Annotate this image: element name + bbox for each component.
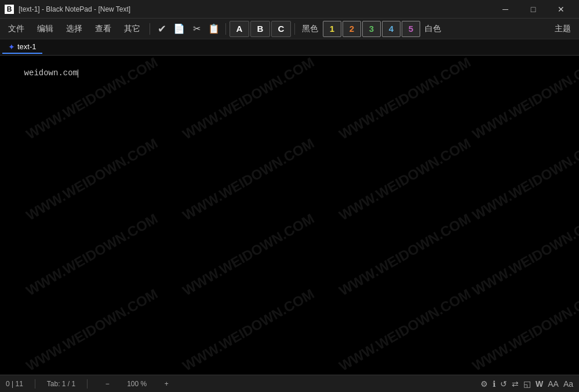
watermark: WWW.WEIDOWN.COM — [336, 211, 474, 299]
zoom-level: 100 % — [127, 380, 147, 388]
watermark-container: WWW.WEIDOWN.COM WWW.WEIDOWN.COM WWW.WEID… — [0, 56, 579, 375]
check-icon-button[interactable]: ✔ — [154, 21, 170, 37]
word-icon[interactable]: W — [536, 379, 543, 389]
copy-icon-button[interactable]: 📄 — [171, 21, 187, 37]
paste-icon-button[interactable]: 📋 — [206, 21, 222, 37]
watermark: WWW.WEIDOWN.COM — [180, 286, 317, 375]
watermark: WWW.WEIDOWN.COM — [23, 211, 161, 299]
status-sep-2 — [87, 379, 88, 389]
tab-bar: ✦ text-1 — [0, 39, 579, 56]
window-controls: ─ □ ✕ — [492, 0, 574, 19]
editor-content: weidown.com — [5, 59, 78, 87]
watermark: WWW.WEIDOWN.COM — [180, 135, 317, 224]
watermark: WWW.WEIDOWN.COM — [469, 286, 579, 375]
menu-file[interactable]: 文件 — [2, 21, 30, 36]
watermark: WWW.WEIDOWN.COM — [336, 135, 474, 224]
num-button-3[interactable]: 3 — [362, 21, 381, 37]
menu-other[interactable]: 其它 — [118, 21, 146, 36]
status-bar: 0 | 11 Tab: 1 / 1 − 100 % + ⚙ ℹ ↺ ⇄ ◱ W … — [0, 375, 579, 392]
separator-1 — [150, 23, 150, 35]
menu-edit[interactable]: 编辑 — [31, 21, 59, 36]
settings-icon[interactable]: ⚙ — [480, 379, 488, 389]
watermark: WWW.WEIDOWN.COM — [336, 56, 474, 142]
maximize-button[interactable]: □ — [520, 0, 547, 19]
tab-label: text-1 — [17, 42, 37, 51]
num-button-5[interactable]: 5 — [402, 21, 420, 37]
tab-info: Tab: 1 / 1 — [47, 380, 75, 388]
refresh-icon[interactable]: ↺ — [500, 379, 507, 389]
num-button-4[interactable]: 4 — [382, 21, 400, 37]
watermark: WWW.WEIDOWN.COM — [23, 286, 161, 375]
separator-2 — [225, 23, 226, 35]
zoom-minus-button[interactable]: − — [99, 376, 115, 392]
num-button-2[interactable]: 2 — [343, 21, 361, 37]
editor-text: weidown.com — [24, 68, 78, 78]
font-aa-small-icon[interactable]: Aa — [563, 379, 573, 389]
watermark: WWW.WEIDOWN.COM — [180, 211, 317, 299]
num-button-1[interactable]: 1 — [323, 21, 341, 37]
app-icon: B — [5, 5, 14, 14]
button-b[interactable]: B — [250, 21, 270, 37]
menu-view[interactable]: 查看 — [89, 21, 117, 36]
tab-text1[interactable]: ✦ text-1 — [2, 41, 42, 54]
status-sep-1 — [35, 379, 35, 389]
sync-icon[interactable]: ⇄ — [512, 379, 519, 389]
color-right-label: 白色 — [421, 24, 445, 34]
tab-pin-icon: ✦ — [8, 42, 15, 52]
title-bar: B [text-1] - Black NotePad - [New Text] … — [0, 0, 579, 19]
button-c[interactable]: C — [271, 21, 291, 37]
watermark: WWW.WEIDOWN.COM — [469, 56, 579, 142]
watermark: WWW.WEIDOWN.COM — [469, 211, 579, 299]
close-button[interactable]: ✕ — [548, 0, 574, 19]
status-icon-group: ⚙ ℹ ↺ ⇄ ◱ W AA Aa — [480, 379, 573, 389]
cut-icon-button[interactable]: ✂ — [188, 21, 205, 37]
window-title: [text-1] - Black NotePad - [New Text] — [19, 5, 130, 13]
menu-select[interactable]: 选择 — [60, 21, 88, 36]
watermark: WWW.WEIDOWN.COM — [336, 286, 474, 375]
button-a[interactable]: A — [230, 21, 249, 37]
separator-3 — [294, 23, 295, 35]
color-left-label: 黑色 — [298, 24, 322, 34]
watermark: WWW.WEIDOWN.COM — [469, 135, 579, 224]
editor-area[interactable]: WWW.WEIDOWN.COM WWW.WEIDOWN.COM WWW.WEID… — [0, 56, 579, 375]
watermark: WWW.WEIDOWN.COM — [23, 135, 161, 224]
cursor-position: 0 | 11 — [6, 380, 23, 388]
window-icon[interactable]: ◱ — [523, 379, 531, 389]
font-aa-icon[interactable]: AA — [548, 379, 559, 389]
watermark: WWW.WEIDOWN.COM — [180, 56, 317, 142]
title-bar-left: B [text-1] - Black NotePad - [New Text] — [5, 5, 130, 14]
menu-bar: 文件 编辑 选择 查看 其它 ✔ 📄 ✂ 📋 A B C 黑色 1 2 3 4 … — [0, 19, 579, 39]
text-cursor — [78, 69, 78, 78]
theme-button[interactable]: 主题 — [549, 24, 577, 34]
info-icon[interactable]: ℹ — [493, 379, 496, 389]
minimize-button[interactable]: ─ — [492, 0, 519, 19]
zoom-plus-button[interactable]: + — [158, 376, 174, 392]
